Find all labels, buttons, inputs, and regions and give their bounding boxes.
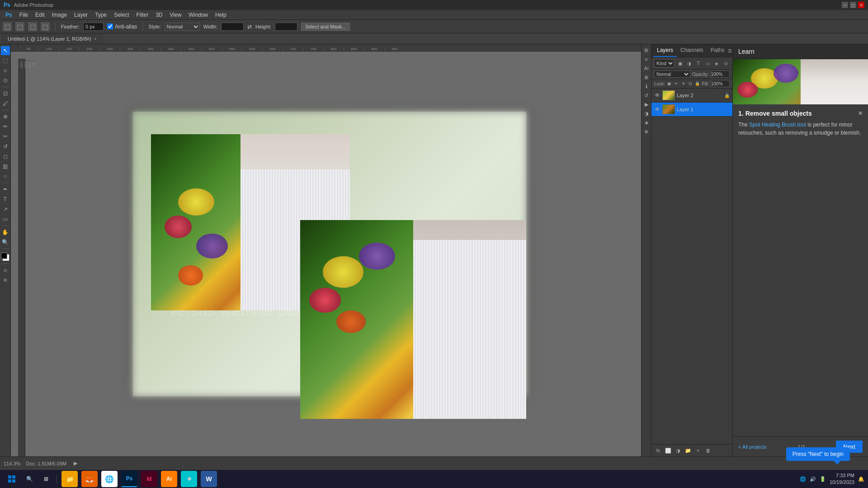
menu-window[interactable]: Window [185,11,212,19]
shape-tool[interactable]: ▭ [1,215,10,224]
lock-image-btn[interactable]: ✏ [674,80,679,87]
zoom-tool[interactable]: 🔍 [1,238,10,247]
mini-tool-1[interactable]: ⊞ [642,46,651,54]
brush-tool[interactable]: ✏ [1,122,10,131]
delete-layer-button[interactable]: 🗑 [704,446,712,455]
mini-tool-2[interactable]: ≡ [642,55,651,63]
swap-wh-icon[interactable]: ⇄ [247,23,252,30]
mini-tool-5[interactable]: ℹ [642,82,651,90]
menu-view[interactable]: View [166,11,185,19]
new-layer-button[interactable]: + [694,446,702,455]
learn-all-projects-link[interactable]: < All projects [738,444,767,450]
taskbar-datetime[interactable]: 7:33 PM 10/19/2023 [830,472,854,486]
menu-file[interactable]: File [16,11,32,19]
width-input[interactable] [221,23,244,31]
anti-alias-checkbox[interactable] [107,23,113,29]
taskbar-app-explorer[interactable]: 📁 [61,471,78,487]
layers-tab-layers[interactable]: Layers [653,44,677,57]
taskbar-app-canva[interactable]: ✦ [181,471,197,487]
taskbar-app-illustrator[interactable]: Ai [161,471,177,487]
taskbar-app-photoshop[interactable]: Ps [121,471,137,487]
select-mask-button[interactable]: Select and Mask... [301,23,350,31]
tab-close-button[interactable]: × [94,37,97,42]
layer-mask-button[interactable]: ⬜ [664,446,672,455]
taskbar-app-word[interactable]: W [201,471,217,487]
adjustment-filter-btn[interactable]: ◑ [685,60,693,67]
type-filter-btn[interactable]: T [695,60,702,67]
type-tool[interactable]: T [1,195,10,204]
mini-tool-9[interactable]: ◈ [642,118,651,127]
start-button[interactable] [4,471,20,487]
opacity-input[interactable] [711,70,730,78]
screen-mode-tool[interactable]: ⊞ [1,276,10,285]
blend-mode-select[interactable]: Normal Multiply Screen [654,70,690,78]
menu-help[interactable]: Help [212,11,230,19]
add-marquee-icon[interactable]: ⬚ [15,22,24,31]
path-select-tool[interactable]: ↗ [1,205,10,214]
menu-select[interactable]: Select [110,11,132,19]
layer-1-visibility-icon[interactable]: 👁 [654,106,660,113]
mini-tool-6[interactable]: ↺ [642,91,651,99]
taskbar-battery-icon[interactable]: 🔋 [820,476,826,482]
search-button[interactable]: 🔍 [22,471,38,487]
lock-all-btn[interactable]: 🔒 [695,80,700,87]
layer-kind-select[interactable]: Kind [654,59,675,67]
intersect-marquee-icon[interactable]: ⬚ [41,22,50,31]
taskbar-notification-icon[interactable]: 🔔 [858,476,864,482]
lock-transparent-btn[interactable]: ▣ [667,80,672,87]
subtract-marquee-icon[interactable]: ⬚ [28,22,37,31]
eyedropper-tool[interactable]: 🖊 [1,99,10,108]
marquee-tool[interactable]: ⬚ [1,56,10,65]
layer-2-visibility-icon[interactable]: 👁 [654,92,660,99]
taskbar-app-indesign[interactable]: Id [141,471,157,487]
height-input[interactable] [275,23,297,31]
menu-image[interactable]: Image [48,11,71,19]
eraser-tool[interactable]: ◻ [1,152,10,161]
clone-tool[interactable]: ✂ [1,132,10,141]
filter-toggle[interactable]: ⊙ [722,60,730,67]
move-tool[interactable]: ↖ [1,46,10,55]
quick-select-tool[interactable]: ⊙ [1,76,10,85]
color-swatches[interactable] [1,253,10,262]
taskbar-app-firefox[interactable]: 🦊 [81,471,98,487]
layer-row-2[interactable]: 👁 Layer 2 🔒 [651,89,732,103]
spot-healing-tool[interactable]: ⊕ [1,112,10,121]
mini-tool-7[interactable]: ▶ [642,100,651,108]
lock-artboard-btn[interactable]: ⊡ [688,80,693,87]
layer-group-button[interactable]: 📁 [684,446,692,455]
hand-tool[interactable]: ✋ [1,228,10,237]
document-tab[interactable]: Untitled-1 @ 114% (Layer 1, RGB/8#) × [2,34,103,43]
taskbar-network-icon[interactable]: 🌐 [800,476,806,482]
title-bar-controls[interactable]: ─ ◻ ✕ [842,2,864,8]
style-select[interactable]: Normal Fixed Ratio Fixed Size [165,23,200,31]
shape-filter-btn[interactable]: ▭ [704,60,711,67]
menu-edit[interactable]: Edit [32,11,48,19]
quick-mask-tool[interactable]: ◎ [1,266,10,275]
task-view-button[interactable]: ⊞ [39,471,53,487]
marquee-tool-icon[interactable]: ⬚ [3,22,12,31]
mini-tool-10[interactable]: ⊕ [642,127,651,136]
layers-panel-menu[interactable]: ☰ [728,48,732,53]
layers-tab-paths[interactable]: Paths [707,44,728,57]
learn-close-icon[interactable]: ✕ [858,110,863,117]
menu-filter[interactable]: Filter [132,11,152,19]
crop-tool[interactable]: ⊡ [1,89,10,98]
close-button[interactable]: ✕ [858,2,864,8]
menu-3d[interactable]: 3D [152,11,166,19]
fill-input[interactable] [711,80,730,87]
lasso-tool[interactable]: ⌾ [1,66,10,75]
lock-position-btn[interactable]: ✛ [681,80,686,87]
pixel-filter-btn[interactable]: ▣ [676,60,684,67]
pen-tool[interactable]: ✒ [1,185,10,194]
gradient-tool[interactable]: ▥ [1,162,10,171]
history-brush-tool[interactable]: ↺ [1,142,10,151]
learn-spot-healing-link[interactable]: Spot Healing Brush tool [749,122,806,128]
layer-row-1[interactable]: 👁 Layer 1 [651,103,732,117]
feather-input[interactable] [83,23,104,31]
mini-tool-3[interactable]: Ai [642,64,651,72]
smart-filter-btn[interactable]: ◈ [713,60,720,67]
taskbar-app-chrome[interactable]: 🌐 [101,471,118,487]
mini-tool-4[interactable]: ≣ [642,73,651,81]
layer-fx-button[interactable]: fx [654,446,662,455]
menu-layer[interactable]: Layer [71,11,91,19]
